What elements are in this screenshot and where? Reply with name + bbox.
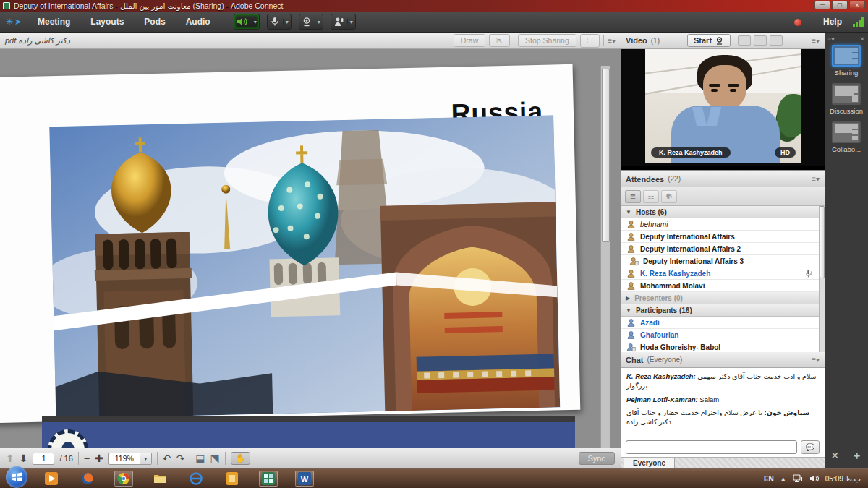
hand-tool-button[interactable]: ✋	[231, 452, 250, 465]
close-button[interactable]: x	[849, 1, 865, 9]
menu-pods[interactable]: Pods	[134, 12, 175, 33]
grid-view-icon[interactable]	[754, 35, 767, 46]
add-layout-icon[interactable]: ＋	[851, 450, 861, 463]
vertical-scroll-thumb[interactable]	[602, 69, 610, 242]
taskbar-adobe-connect-icon[interactable]	[259, 471, 278, 487]
dock-close-icon[interactable]: ✕	[859, 35, 865, 43]
maximize-button[interactable]: ▢	[832, 1, 848, 9]
webcam-dropdown[interactable]: ▾	[315, 19, 320, 25]
taskbar-internet-explorer-icon[interactable]	[187, 471, 205, 487]
draw-button[interactable]: Draw	[454, 34, 486, 47]
previous-page-button[interactable]: ⬆	[6, 453, 14, 464]
share-content-area[interactable]: Russia	[0, 49, 610, 448]
rotate-ccw-button[interactable]: ↶	[163, 453, 171, 464]
volume-icon[interactable]	[809, 474, 819, 483]
menu-layouts[interactable]: Layouts	[80, 12, 134, 33]
zoom-level-select[interactable]: 119% ▾	[109, 453, 152, 465]
fit-width-button[interactable]: ⬓	[195, 453, 205, 464]
send-message-icon[interactable]: 💬	[801, 440, 820, 454]
chat-pod-menu-icon[interactable]: ≡▾	[812, 356, 820, 364]
taskbar-office-icon[interactable]	[223, 471, 242, 487]
attendee-row[interactable]: Deputy International Affairs 2	[621, 243, 819, 255]
sync-button[interactable]: Sync	[579, 452, 615, 465]
list-view-button[interactable]: ≣	[625, 190, 641, 203]
group-row-hosts[interactable]: ▼ Hosts (6)	[621, 206, 819, 218]
share-vertical-scrollbar[interactable]	[600, 66, 610, 448]
collapse-icon[interactable]: ▼	[626, 307, 631, 314]
network-icon[interactable]	[793, 474, 803, 483]
attendees-toolbar: ≣ ⚏ 🗣	[621, 187, 825, 206]
attendee-row[interactable]: behnami	[621, 218, 819, 231]
adobe-connect-window: Deputy of International Affairs - معاونت…	[0, 0, 868, 488]
chat-author: Pejman Lotfi-Kamran:	[626, 395, 698, 403]
attendee-row[interactable]: Deputy International Affairs 3	[621, 255, 819, 267]
minimize-button[interactable]: ─	[814, 1, 830, 9]
expand-icon[interactable]: ▶	[626, 295, 630, 301]
speaker-dropdown[interactable]: ▾	[251, 19, 257, 25]
menu-meeting[interactable]: Meeting	[27, 12, 80, 33]
zoom-out-button[interactable]: −	[84, 453, 90, 464]
webcam-button[interactable]: ▾	[299, 14, 323, 30]
layout-thumbnail[interactable]	[832, 45, 861, 67]
attendee-row[interactable]: Hoda Ghoreishy- Babol	[621, 341, 819, 352]
dock-menu-icon[interactable]: ≡▾	[827, 35, 835, 43]
raise-hand-button[interactable]: ▾	[331, 14, 356, 30]
start-button[interactable]	[6, 466, 27, 488]
attendee-row[interactable]: K. Reza Kashyzadeh	[621, 267, 819, 280]
microphone-button[interactable]: ▾	[267, 14, 292, 30]
layout-sharing[interactable]: Sharing	[825, 45, 868, 77]
attendees-pod-menu-icon[interactable]: ≡▾	[812, 175, 820, 183]
pointer-button[interactable]: ⇱	[489, 34, 510, 47]
share-pod-menu-icon[interactable]: ≡▾	[608, 37, 616, 45]
attendee-row[interactable]: Mohammad Molavi	[621, 280, 819, 292]
stop-sharing-button[interactable]: Stop Sharing	[518, 34, 576, 47]
video-pod-menu-icon[interactable]: ≡▾	[812, 37, 820, 45]
raise-hand-icon	[333, 17, 344, 27]
attendee-name: Deputy International Affairs 2	[640, 245, 741, 253]
taskbar-word-icon[interactable]: W	[295, 471, 314, 487]
host-icon	[626, 232, 636, 241]
group-row-participants[interactable]: ▼ Participants (16)	[621, 304, 819, 317]
start-webcam-button[interactable]: Start	[687, 34, 731, 47]
layout-thumbnail[interactable]	[832, 83, 861, 105]
attendee-name: Hoda Ghoreishy- Babol	[640, 343, 720, 351]
fit-page-button[interactable]: ⬔	[210, 453, 220, 464]
chat-input[interactable]	[626, 440, 797, 454]
microphone-dropdown[interactable]: ▾	[283, 19, 289, 25]
fullscreen-button[interactable]: ⛶	[580, 34, 600, 48]
zoom-dropdown-icon[interactable]: ▾	[140, 453, 151, 464]
rotate-cw-button[interactable]: ↷	[176, 453, 185, 464]
tray-expand-icon[interactable]: ▲	[780, 476, 786, 482]
chat-message: Pejman Lotfi-Kamran: Salam	[626, 395, 819, 405]
language-indicator[interactable]: EN	[764, 475, 774, 483]
layout-collaboration[interactable]: Collabo...	[825, 121, 868, 153]
delete-layout-icon[interactable]: ✕	[831, 450, 840, 463]
layout-discussion[interactable]: Discussion	[825, 83, 868, 115]
raise-hand-dropdown[interactable]: ▾	[347, 19, 353, 25]
video-fullscreen-icon[interactable]	[770, 35, 783, 46]
attendees-scroll-thumb[interactable]	[820, 206, 825, 278]
menu-audio[interactable]: Audio	[176, 12, 221, 33]
group-label: Participants (16)	[636, 307, 692, 314]
menu-help[interactable]: Help	[823, 17, 842, 27]
taskbar-firefox-icon[interactable]	[78, 471, 97, 487]
taskbar-explorer-icon[interactable]	[150, 471, 169, 487]
layout-thumbnail[interactable]	[832, 121, 861, 143]
page-number-input[interactable]	[33, 453, 54, 465]
attendee-row[interactable]: Deputy International Affairs	[621, 231, 819, 243]
collapse-icon[interactable]: ▼	[626, 209, 631, 215]
clock[interactable]: 05:09 ب.ظ	[825, 475, 861, 483]
zoom-in-button[interactable]: ✚	[95, 453, 103, 464]
next-page-button[interactable]: ⬇	[20, 453, 28, 464]
attendee-row[interactable]: Ghafourian	[621, 329, 819, 341]
speaker-button[interactable]: ▾	[234, 14, 260, 30]
group-row-presenters[interactable]: ▶ Presenters (0)	[621, 292, 819, 304]
taskbar-media-player-icon[interactable]	[42, 471, 61, 487]
status-view-button[interactable]: 🗣	[661, 190, 677, 203]
slide-page-1: Russia	[0, 64, 580, 423]
attendee-row[interactable]: Azadi	[621, 317, 819, 329]
attendees-scrollbar[interactable]	[819, 206, 825, 352]
breakout-view-button[interactable]: ⚏	[643, 190, 659, 203]
taskbar-chrome-icon[interactable]	[114, 471, 133, 487]
filmstrip-view-icon[interactable]	[738, 35, 751, 46]
